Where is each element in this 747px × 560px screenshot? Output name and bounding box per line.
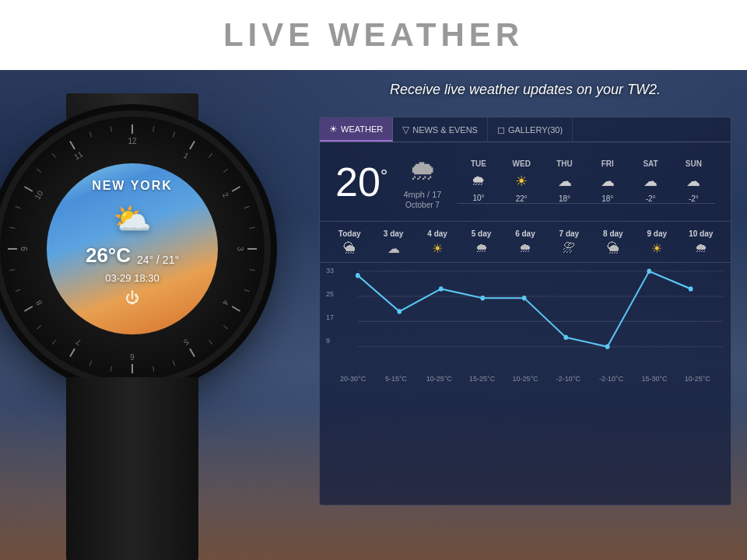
day7-icon: ⛈ xyxy=(563,241,575,255)
svg-line-26 xyxy=(52,340,55,344)
range-3day: 5-15°C xyxy=(374,375,417,383)
svg-point-56 xyxy=(522,296,527,300)
day9-icon: ☀ xyxy=(651,241,662,256)
watch-temp-row: 26°C 24° / 21° xyxy=(86,243,179,268)
forecast-fri-icon: ☁ xyxy=(601,173,615,190)
forecast-thu: THU ☁ 18° xyxy=(543,159,586,203)
forecast-wed: WED ☀ 22° xyxy=(500,159,543,203)
svg-text:7: 7 xyxy=(74,338,82,348)
day4-icon: ☀ xyxy=(432,241,443,256)
svg-text:5: 5 xyxy=(182,338,191,348)
day3-icon: ☁ xyxy=(388,241,400,256)
forecast-wed-label: WED xyxy=(513,159,531,168)
y-label-25: 25 xyxy=(326,290,334,298)
svg-line-19 xyxy=(244,289,250,291)
tabs-container: ☀ WEATHER ▽ NEWS & EVENS ◻ GALLERY(30) xyxy=(320,117,731,142)
watch-cloud-icon: ⛅ xyxy=(113,201,152,237)
svg-line-7 xyxy=(70,348,75,356)
range-5day: 15-25°C xyxy=(461,375,503,383)
svg-line-33 xyxy=(52,153,55,157)
day5-icon: 🌧 xyxy=(475,241,488,255)
svg-line-14 xyxy=(209,153,212,157)
forecast-fri: FRI ☁ 18° xyxy=(586,159,629,203)
current-temp-unit: ° xyxy=(381,164,388,185)
svg-point-59 xyxy=(647,269,651,274)
forecast-sat: SAT ☁ -2° xyxy=(629,159,672,203)
svg-line-18 xyxy=(250,270,255,271)
forecast-wed-icon: ☀ xyxy=(515,173,528,190)
page-title: LIVE WEATHER xyxy=(223,16,524,54)
day6-icon: 🌧 xyxy=(519,241,531,255)
svg-text:4: 4 xyxy=(221,299,231,307)
tab-gallery[interactable]: ◻ GALLERY(30) xyxy=(488,117,573,142)
current-temp-value: 20 xyxy=(335,159,381,205)
ten-day-5: 5 day 🌧 xyxy=(459,229,503,259)
svg-line-32 xyxy=(37,169,40,172)
svg-line-8 xyxy=(24,306,32,311)
y-label-33: 33 xyxy=(326,267,334,275)
forecast-fri-temp: 18° xyxy=(601,194,613,203)
svg-line-1 xyxy=(190,141,195,149)
watch-screen: NEW YORK ⛅ 26°C 24° / 21° 03-29 18:30 ⏻ xyxy=(47,163,218,334)
tab-weather[interactable]: ☀ WEATHER xyxy=(320,117,393,142)
svg-point-57 xyxy=(563,335,568,340)
ten-day-4: 4 day ☀ xyxy=(416,229,459,259)
svg-text:9: 9 xyxy=(20,247,29,251)
svg-line-11 xyxy=(70,141,75,149)
svg-line-10 xyxy=(24,187,32,191)
watch-container: // We'll draw ticks via inline SVG manua… xyxy=(0,86,303,552)
range-9day: 15-30°C xyxy=(633,375,675,383)
tab-news[interactable]: ▽ NEWS & EVENS xyxy=(393,117,488,142)
ten-day-10: 10 day 🌧 xyxy=(679,229,723,259)
gallery-tab-icon: ◻ xyxy=(497,124,505,135)
range-4day: 10-25°C xyxy=(418,375,461,383)
svg-line-5 xyxy=(190,348,195,356)
range-8day: -2-10°C xyxy=(590,375,633,383)
main-content: // We'll draw ticks via inline SVG manua… xyxy=(0,70,747,560)
svg-line-28 xyxy=(16,289,21,291)
svg-line-13 xyxy=(173,132,174,138)
chart-svg xyxy=(328,263,723,372)
svg-line-12 xyxy=(153,126,154,131)
svg-line-16 xyxy=(244,206,250,208)
forecast-thu-label: THU xyxy=(556,159,573,168)
current-date: October 7 xyxy=(405,201,440,209)
watch-main-temp: 26°C xyxy=(86,243,131,268)
svg-line-4 xyxy=(232,306,240,311)
ten-day-today: Today 🌦 xyxy=(328,229,371,259)
svg-text:8: 8 xyxy=(34,299,44,307)
watch-range-temp: 24° / 21° xyxy=(137,254,179,266)
tab-gallery-label: GALLERY(30) xyxy=(508,125,563,135)
today-icon: 🌦 xyxy=(343,241,356,255)
forecast-fri-label: FRI xyxy=(601,159,614,168)
svg-point-55 xyxy=(480,296,485,300)
panel-description: Receive live weather updates on your TW2… xyxy=(319,82,731,98)
svg-line-15 xyxy=(223,169,227,172)
header: LIVE WEATHER xyxy=(0,0,747,70)
svg-line-2 xyxy=(232,187,240,191)
watch-power-icon: ⏻ xyxy=(125,290,139,306)
forecast-tue-label: TUE xyxy=(471,159,486,168)
chart-range-labels: 20-30°C 5-15°C 10-25°C 15-25°C 10-25°C -… xyxy=(328,375,723,383)
svg-text:11: 11 xyxy=(72,149,85,161)
forecast-sun-icon: ☁ xyxy=(686,173,700,190)
ten-day-8: 8 day 🌦 xyxy=(591,229,635,259)
current-temperature: 20° xyxy=(335,162,388,202)
svg-line-20 xyxy=(223,325,227,328)
svg-text:12: 12 xyxy=(128,137,137,145)
watch-strap-bottom xyxy=(66,377,198,560)
svg-line-27 xyxy=(37,325,40,328)
ten-day-7: 7 day ⛈ xyxy=(547,229,591,259)
ten-day-6: 6 day 🌧 xyxy=(503,229,547,259)
svg-line-21 xyxy=(209,340,212,344)
current-wind: 4mph / 17 xyxy=(403,190,441,199)
svg-point-53 xyxy=(397,309,402,313)
forecast-row: TUE 🌧 10° WED ☀ 22° THU ☁ 18° FRI ☁ xyxy=(457,159,715,204)
range-today: 20-30°C xyxy=(331,375,374,383)
svg-text:1: 1 xyxy=(182,151,191,161)
forecast-sun: SUN ☁ -2° xyxy=(672,159,715,203)
ten-day-3: 3 day ☁ xyxy=(371,229,415,259)
svg-line-31 xyxy=(16,206,21,208)
day8-icon: 🌦 xyxy=(607,241,619,255)
forecast-tue: TUE 🌧 10° xyxy=(457,159,500,203)
